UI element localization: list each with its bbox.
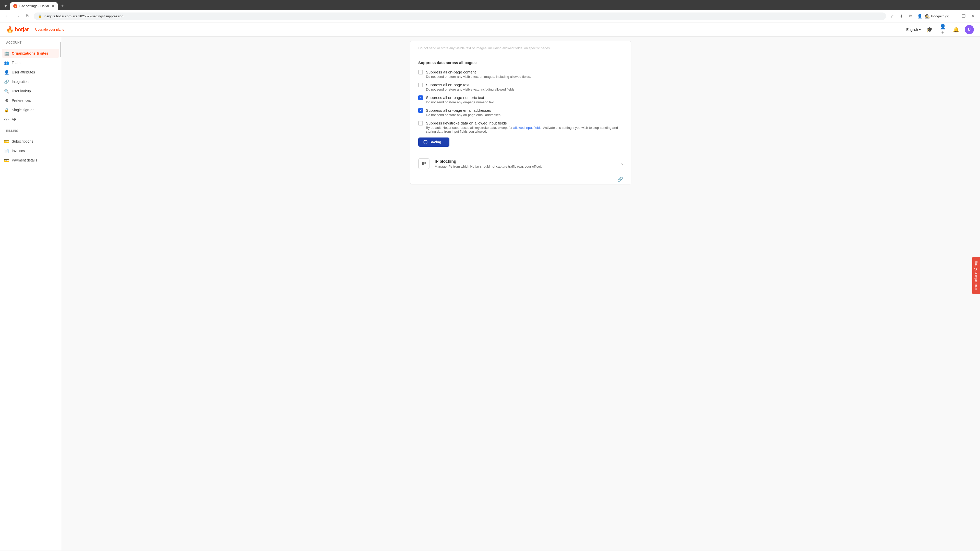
tab-switcher-button[interactable]: ⧉: [907, 12, 915, 20]
saving-spinner: [423, 140, 428, 144]
forward-button[interactable]: →: [13, 12, 21, 20]
checkbox-text-suppress-email: Suppress all on-page email addresses Do …: [426, 108, 501, 117]
tab-title: Site settings - Hotjar: [19, 4, 49, 8]
checkbox-desc-suppress-numeric: Do not send or store any on-page numeric…: [426, 100, 495, 104]
checkbox-item-suppress-keystroke: Suppress keystroke data on allowed input…: [418, 121, 623, 133]
active-tab[interactable]: Site settings - Hotjar ×: [10, 2, 58, 10]
checkbox-desc-suppress-text: Do not send or store any visible text, i…: [426, 87, 515, 91]
tab-group-button[interactable]: ▼: [2, 3, 9, 10]
rate-experience-panel[interactable]: Rate your experience: [972, 257, 980, 294]
checkbox-text-suppress-numeric: Suppress all on-page numeric text Do not…: [426, 95, 495, 104]
integrations-icon: 🔗: [4, 79, 9, 84]
sidebar-item-organizations-sites[interactable]: 🏢 Organizations & sites: [2, 49, 59, 58]
user-attributes-icon: 👤: [4, 70, 9, 75]
organizations-icon: 🏢: [4, 51, 9, 56]
language-label: English: [906, 27, 918, 32]
sidebar: Account 🏢 Organizations & sites 👥 Team 👤…: [0, 37, 61, 551]
payment-icon: 💳: [4, 158, 9, 163]
browser-chrome: ▼ Site settings - Hotjar × + ← → ↻ 🔒 ins…: [0, 0, 980, 22]
incognito-indicator: 🕵️ Incognito (2): [925, 12, 950, 20]
sidebar-item-api[interactable]: </> API: [2, 115, 59, 124]
checkbox-suppress-text[interactable]: [418, 83, 423, 87]
checkbox-text-suppress-content: Suppress all on-page content Do not send…: [426, 70, 531, 79]
new-tab-button[interactable]: +: [59, 2, 66, 10]
sidebar-item-subscriptions[interactable]: 💳 Subscriptions: [2, 137, 59, 146]
checkbox-suppress-email[interactable]: [418, 108, 423, 113]
profile-button[interactable]: 👤: [916, 12, 924, 20]
sidebar-label-invoices: Invoices: [12, 149, 25, 153]
logo-text: hotjar: [15, 27, 29, 32]
notification-icon-button[interactable]: 🔔: [951, 25, 961, 34]
sidebar-label-subscriptions: Subscriptions: [12, 139, 33, 143]
link-icon-area: 🔗: [410, 175, 631, 184]
tab-bar: ▼ Site settings - Hotjar × +: [0, 0, 980, 10]
language-arrow: ▾: [919, 27, 921, 32]
sidebar-item-invoices[interactable]: 📄 Invoices: [2, 146, 59, 156]
refresh-button[interactable]: ↻: [24, 12, 32, 20]
back-button[interactable]: ←: [3, 12, 11, 20]
sidebar-label-api: API: [12, 118, 18, 121]
sidebar-label-payment: Payment details: [12, 158, 37, 162]
team-icon: 👥: [4, 60, 9, 65]
sidebar-item-user-attributes[interactable]: 👤 User attributes: [2, 68, 59, 77]
logo-icon: 🔥: [6, 26, 14, 33]
avatar[interactable]: U: [965, 25, 974, 34]
url-text: insights.hotjar.com/site/3825597/setting…: [44, 14, 882, 18]
rate-experience-label: Rate your experience: [974, 261, 978, 290]
content-inner: Do not send or store any visible text or…: [406, 41, 635, 184]
close-browser-button[interactable]: ×: [969, 12, 977, 20]
ip-blocking-title: IP blocking: [434, 159, 616, 164]
user-add-icon-button[interactable]: 👤+: [938, 25, 947, 34]
checkbox-label-suppress-content: Suppress all on-page content: [426, 70, 531, 74]
sidebar-item-preferences[interactable]: ⚙ Preferences: [2, 96, 59, 105]
sidebar-item-team[interactable]: 👥 Team: [2, 58, 59, 67]
language-selector[interactable]: English ▾: [906, 27, 921, 32]
sidebar-label-integrations: Integrations: [12, 79, 30, 84]
sidebar-label-user-attributes: User attributes: [12, 70, 35, 74]
checkbox-item-suppress-email: Suppress all on-page email addresses Do …: [418, 108, 623, 117]
copy-link-button[interactable]: 🔗: [617, 176, 623, 182]
checkbox-item-suppress-numeric: Suppress all on-page numeric text Do not…: [418, 95, 623, 104]
checkbox-suppress-content[interactable]: [418, 70, 423, 75]
sidebar-label-preferences: Preferences: [12, 98, 31, 103]
bookmark-button[interactable]: ☆: [888, 12, 896, 20]
sidebar-item-user-lookup[interactable]: 🔍 User lookup: [2, 86, 59, 96]
tab-favicon: [13, 4, 18, 8]
checkbox-suppress-numeric[interactable]: [418, 95, 423, 100]
sidebar-label-user-lookup: User lookup: [12, 89, 31, 93]
sidebar-scroll-thumb[interactable]: [60, 42, 61, 57]
ip-blocking-icon: IP: [418, 158, 430, 169]
sidebar-item-integrations[interactable]: 🔗 Integrations: [2, 77, 59, 86]
sidebar-item-payment-details[interactable]: 💳 Payment details: [2, 156, 59, 165]
minimize-button[interactable]: −: [950, 12, 959, 20]
checkbox-desc-suppress-email: Do not send or store any on-page email a…: [426, 113, 501, 117]
user-lookup-icon: 🔍: [4, 89, 9, 94]
upgrade-link[interactable]: Upgrade your plans: [35, 27, 64, 32]
keystroke-desc-before: By default, Hotjar suppresses all keystr…: [426, 126, 514, 130]
saving-button[interactable]: Saving...: [418, 138, 449, 147]
sidebar-item-single-sign-on[interactable]: 🔒 Single sign-on: [2, 105, 59, 114]
checkbox-label-suppress-email: Suppress all on-page email addresses: [426, 108, 501, 113]
header-right: English ▾ 🎓 👤+ 🔔 U: [906, 25, 974, 34]
address-bar[interactable]: 🔒 insights.hotjar.com/site/3825597/setti…: [34, 13, 886, 20]
hat-icon-button[interactable]: 🎓: [925, 25, 934, 34]
allowed-input-fields-link[interactable]: allowed input fields: [514, 126, 542, 130]
checkbox-suppress-keystroke[interactable]: [418, 121, 423, 125]
account-section-label: Account: [4, 41, 57, 44]
maximize-button[interactable]: ❐: [959, 12, 968, 20]
account-section: Account: [0, 41, 61, 48]
ip-blocking-section[interactable]: IP IP blocking Manage IPs from which Hot…: [410, 153, 631, 175]
checkbox-text-suppress-keystroke: Suppress keystroke data on allowed input…: [426, 121, 623, 133]
tab-close-button[interactable]: ×: [51, 4, 55, 8]
faded-text-content: Do not send or store any visible text or…: [418, 46, 550, 50]
ip-blocking-chevron-icon: ›: [621, 161, 623, 167]
sidebar-label-team: Team: [12, 61, 21, 65]
suppress-all-label: Suppress data across all pages:: [418, 60, 623, 65]
logo: 🔥 hotjar: [6, 26, 29, 33]
checkbox-text-suppress-text: Suppress all on-page text Do not send or…: [426, 83, 515, 91]
billing-divider: Billing: [0, 127, 61, 134]
subscriptions-icon: 💳: [4, 139, 9, 144]
api-icon: </>: [4, 117, 9, 122]
preferences-icon: ⚙: [4, 98, 9, 103]
download-button[interactable]: ⬇: [897, 12, 905, 20]
